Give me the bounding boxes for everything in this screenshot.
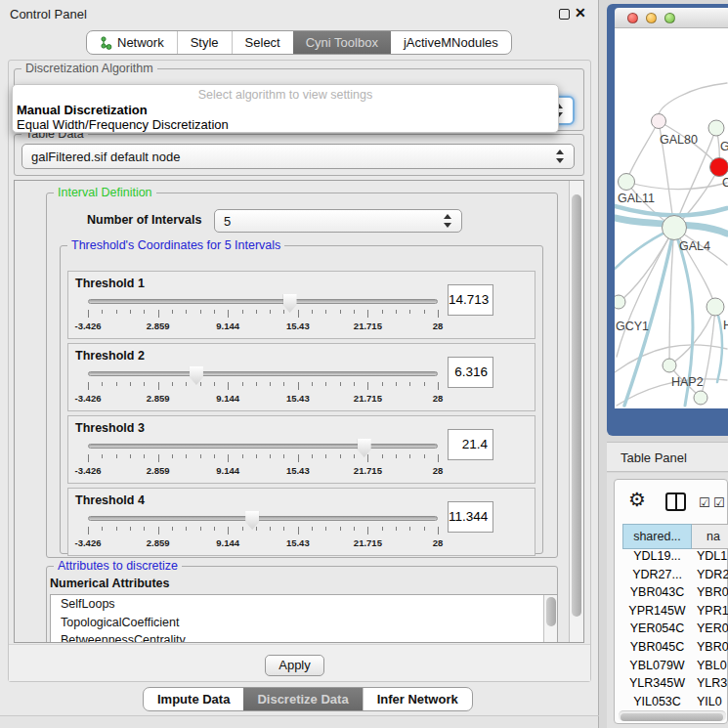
- table-row[interactable]: YDL19...YDL1: [622, 549, 728, 568]
- number-of-intervals-value: 5: [224, 214, 231, 229]
- tick-label: 15.43: [286, 537, 310, 548]
- network-node-label: GCY1: [616, 320, 649, 333]
- table-row[interactable]: YDR27...YDR2: [622, 568, 728, 586]
- threshold-panel: Threshold 4-3.4262.8599.14415.4321.71528…: [67, 488, 535, 556]
- network-node-label: GAL11: [618, 192, 655, 205]
- split-columns-icon[interactable]: [665, 492, 686, 511]
- tab-infer-network[interactable]: Infer Network: [363, 688, 472, 710]
- tab-select[interactable]: Select: [232, 31, 293, 54]
- network-node[interactable]: [652, 114, 666, 129]
- tick-label: 21.715: [354, 393, 382, 404]
- table-row[interactable]: YBR043CYBR0: [622, 585, 728, 604]
- dropdown-option-manual-discretization[interactable]: Manual Discretization: [17, 103, 148, 117]
- number-of-intervals-combobox[interactable]: 5: [214, 209, 462, 233]
- tick-label: -3.426: [75, 465, 102, 476]
- network-view-window: GAL80GACGAL11GAL4GCY1HHAP2: [607, 4, 728, 436]
- network-node[interactable]: [708, 120, 724, 136]
- network-canvas[interactable]: GAL80GACGAL11GAL4GCY1HHAP2: [615, 28, 728, 408]
- table-rows: YDL19...YDL1YDR27...YDR2YBR043CYBR0YPR14…: [622, 549, 728, 712]
- slider-tick-labels: -3.4262.8599.14415.4321.71528: [88, 393, 438, 404]
- table-hscrollbar-thumb[interactable]: [621, 713, 723, 721]
- threshold-slider: -3.4262.8599.14415.4321.71528: [88, 438, 440, 477]
- slider-track[interactable]: [88, 299, 438, 304]
- cell-name: YLR3: [692, 676, 728, 695]
- cell-shared-name: YLR345W: [622, 676, 692, 695]
- tab-jactivemnodules[interactable]: jActiveMNodules: [391, 31, 511, 54]
- network-node[interactable]: [694, 391, 707, 405]
- settings-scrollbar[interactable]: [569, 181, 583, 642]
- tick-label: -3.426: [75, 321, 102, 331]
- bottom-tab-bar: Impute Data Discretize Data Infer Networ…: [143, 687, 473, 711]
- cell-name: YPR1: [692, 604, 728, 622]
- table-data-combobox-value: galFiltered.sif default node: [31, 150, 180, 164]
- interval-definition-group-title: Interval Definition: [54, 186, 156, 199]
- control-panel-window: Control Panel ✕ Network Style Select Cyn…: [0, 0, 599, 728]
- slider-track[interactable]: [88, 444, 438, 449]
- network-node[interactable]: [710, 158, 728, 177]
- slider-tick-labels: -3.4262.8599.14415.4321.71528: [88, 537, 438, 548]
- combo-arrows-icon: [556, 150, 565, 163]
- threshold-value-field[interactable]: 11.344: [448, 501, 493, 533]
- slider-ticks: [88, 382, 438, 391]
- cell-shared-name: YPR145W: [622, 604, 692, 622]
- node-table-card: ⚙ ☑ ☑ shared... na YDL19...YDL1YDR27...Y…: [614, 479, 728, 724]
- checkbox-icon[interactable]: ☑: [713, 495, 725, 510]
- threshold-value-field[interactable]: 21.4: [448, 429, 493, 460]
- tab-cyni-toolbox[interactable]: Cyni Toolbox: [293, 31, 391, 54]
- network-node[interactable]: [707, 298, 724, 316]
- threshold-value-field[interactable]: 6.316: [448, 357, 493, 388]
- table-row[interactable]: YER054CYER0: [622, 621, 728, 640]
- gear-icon[interactable]: ⚙: [628, 488, 646, 511]
- cell-name: YBR0: [692, 640, 728, 659]
- slider-tick-labels: -3.4262.8599.14415.4321.71528: [88, 465, 438, 476]
- column-header-shared-name[interactable]: shared...: [622, 524, 692, 549]
- slider-track[interactable]: [88, 516, 438, 521]
- column-header-name[interactable]: na: [692, 524, 728, 549]
- tab-discretize-data[interactable]: Discretize Data: [243, 688, 362, 710]
- network-node[interactable]: [663, 359, 676, 372]
- table-row[interactable]: YPR145WYPR1: [622, 604, 728, 622]
- numerical-attributes-list: SelfLoopsTopologicalCoefficientBetweenne…: [50, 594, 558, 643]
- threshold-value-field[interactable]: 14.713: [448, 284, 493, 316]
- tick-label: -3.426: [75, 537, 102, 548]
- cell-name: YBL0: [692, 659, 728, 677]
- tab-style[interactable]: Style: [177, 31, 232, 54]
- cell-shared-name: YBL079W: [622, 659, 692, 677]
- table-horizontal-scrollbar[interactable]: [619, 710, 726, 721]
- network-node[interactable]: [615, 295, 625, 309]
- attribute-item[interactable]: TopologicalCoefficient: [51, 614, 557, 632]
- table-row[interactable]: YBL079WYBL0: [622, 659, 728, 677]
- table-panel-header: Table Panel: [607, 442, 728, 472]
- tick-label: 9.144: [216, 465, 239, 476]
- network-window-titlebar[interactable]: [615, 8, 728, 28]
- settings-scrollbar-thumb[interactable]: [572, 194, 581, 617]
- checkbox-icon[interactable]: ☑: [699, 495, 710, 510]
- close-icon[interactable]: ✕: [575, 5, 586, 21]
- tick-label: 9.144: [216, 393, 239, 404]
- dropdown-option-equal-width-frequency[interactable]: Equal Width/Frequency Discretization: [17, 117, 229, 132]
- network-node[interactable]: [619, 174, 635, 191]
- thresholds-group-title: Threshold's Coordinates for 5 Intervals: [67, 238, 284, 252]
- tick-label: 28: [433, 537, 444, 548]
- close-traffic-light[interactable]: [627, 13, 638, 23]
- tick-label: -3.426: [75, 393, 102, 404]
- zoom-traffic-light[interactable]: [664, 13, 675, 23]
- cell-name: YER0: [692, 621, 728, 640]
- table-data-combobox[interactable]: galFiltered.sif default node: [21, 144, 575, 169]
- combo-arrows-icon: [444, 214, 452, 228]
- attribute-list-scrollbar[interactable]: [543, 595, 557, 643]
- attribute-list-scrollbar-thumb[interactable]: [546, 597, 556, 626]
- float-icon[interactable]: [559, 9, 570, 20]
- attribute-item[interactable]: BetweennessCentrality: [51, 631, 557, 643]
- minimize-traffic-light[interactable]: [646, 13, 657, 23]
- cell-shared-name: YBR043C: [622, 585, 692, 604]
- network-node[interactable]: [663, 216, 687, 240]
- attribute-item[interactable]: SelfLoops: [51, 595, 557, 614]
- apply-button[interactable]: Apply: [265, 655, 324, 676]
- tab-impute-data[interactable]: Impute Data: [144, 688, 243, 710]
- table-row[interactable]: YLR345WYLR3: [622, 676, 728, 695]
- table-header-row: shared... na: [622, 524, 728, 549]
- tab-network[interactable]: Network: [87, 31, 177, 54]
- slider-track[interactable]: [88, 371, 438, 376]
- table-row[interactable]: YBR045CYBR0: [622, 640, 728, 659]
